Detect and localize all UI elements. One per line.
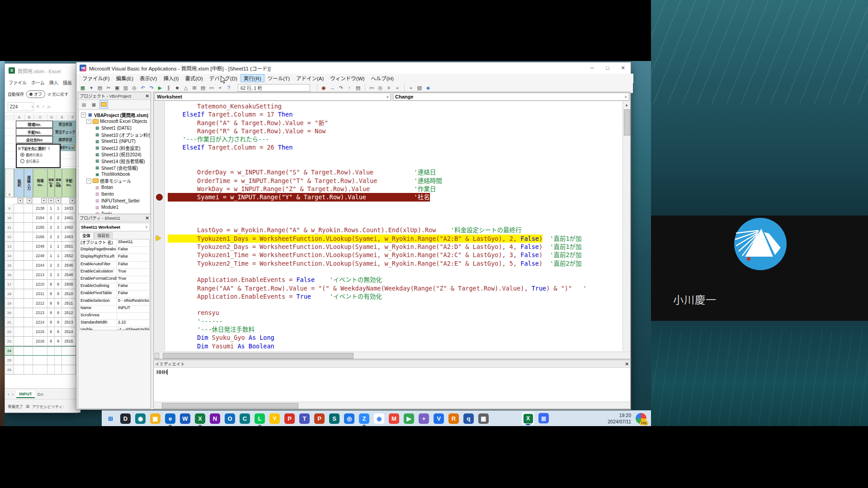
cell-count[interactable]: 8 bbox=[47, 318, 55, 327]
cell-remain[interactable]: 8 bbox=[55, 280, 62, 289]
break-icon[interactable]: ∥ bbox=[165, 84, 173, 92]
code-line[interactable] bbox=[168, 210, 623, 218]
cell-remain[interactable]: 2 bbox=[55, 261, 62, 270]
cell-renraku[interactable] bbox=[24, 289, 33, 299]
taskbar-m365-icon[interactable]: PRE bbox=[636, 413, 646, 424]
cell-renraku[interactable] bbox=[24, 280, 33, 289]
cell-tenki[interactable] bbox=[14, 289, 24, 299]
row-header[interactable]: 15 bbox=[5, 261, 14, 270]
table-header-cell[interactable]: 転記 bbox=[14, 169, 24, 197]
speaker-tile[interactable]: 小川慶一 bbox=[651, 216, 868, 321]
sheet-tab-date[interactable]: DA bbox=[38, 392, 45, 397]
column-header-B[interactable]: B bbox=[25, 114, 34, 121]
taskbar-app-icon[interactable]: Y bbox=[269, 413, 280, 424]
cell-genba-no[interactable] bbox=[33, 365, 47, 375]
immediate-content[interactable]: HHH bbox=[154, 367, 630, 402]
cell-count[interactable]: 2 bbox=[47, 261, 55, 270]
taskbar-app-icon[interactable]: D bbox=[120, 413, 131, 424]
taskbar-app-icon[interactable]: e bbox=[165, 413, 175, 424]
row-header[interactable]: 20 bbox=[5, 308, 14, 318]
table-row[interactable]: 24 bbox=[5, 346, 78, 356]
taskbar-app-icon[interactable]: X bbox=[195, 413, 205, 424]
close-icon[interactable]: ✕ bbox=[625, 361, 629, 366]
row-header[interactable]: 16 bbox=[5, 270, 14, 280]
code-line[interactable] bbox=[168, 160, 623, 168]
formula-enter-icon[interactable]: ✓ bbox=[42, 104, 46, 109]
cell-renraku[interactable] bbox=[24, 327, 33, 337]
cell-remain[interactable]: 2 bbox=[55, 232, 62, 242]
table-row[interactable]: 92138112433 bbox=[5, 204, 78, 213]
sheet-prev-arrow[interactable]: ‹ bbox=[8, 391, 9, 397]
cell-genba-no[interactable]: 2165 bbox=[33, 223, 47, 232]
cell-tehai-no[interactable]: 2515 bbox=[62, 337, 76, 346]
cell-renraku[interactable] bbox=[24, 261, 33, 270]
taskbar-app-icon[interactable]: M bbox=[389, 413, 399, 424]
taskbar-app-icon[interactable]: V bbox=[434, 413, 444, 424]
scrollbar-thumb[interactable] bbox=[162, 403, 298, 408]
cell-tenki[interactable] bbox=[14, 318, 24, 327]
cell-count[interactable]: 2 bbox=[47, 223, 55, 232]
row-header[interactable]: 18 bbox=[5, 289, 14, 299]
column-header-E[interactable]: E bbox=[57, 114, 68, 121]
filter-dropdown-icon[interactable]: ▼ bbox=[41, 198, 47, 203]
taskbar-excel-active-icon[interactable]: X bbox=[522, 412, 534, 425]
scrollbar-thumb[interactable] bbox=[163, 353, 354, 359]
call-stack-icon[interactable]: ≡ bbox=[385, 84, 393, 92]
table-row[interactable]: 192212882511 bbox=[5, 299, 78, 308]
step-over-icon[interactable]: ↷ bbox=[337, 84, 345, 92]
cell-count[interactable]: 8 bbox=[47, 299, 55, 308]
current-statement-icon[interactable] bbox=[156, 235, 161, 241]
cell-remain[interactable]: 1 bbox=[55, 204, 62, 213]
cell-genba-no[interactable]: 2215 bbox=[33, 327, 47, 337]
row-header[interactable]: 19 bbox=[5, 299, 14, 308]
run-icon[interactable]: ▶ bbox=[156, 84, 164, 92]
code-line[interactable] bbox=[168, 218, 623, 226]
cell-remain[interactable]: 8 bbox=[55, 327, 62, 337]
taskbar-app-icon[interactable]: q bbox=[463, 413, 474, 424]
view-code-button[interactable]: ▤ bbox=[80, 100, 88, 108]
cell-tehai-no[interactable]: 2512 bbox=[62, 308, 76, 318]
cell-tehai-no[interactable]: 2514 bbox=[62, 327, 76, 337]
cell-genba-no[interactable]: 2216 bbox=[33, 337, 47, 346]
taskbar-app-icon[interactable]: ◉ bbox=[374, 413, 384, 424]
vba-editor-window[interactable]: VB Microsoft Visual Basic for Applicatio… bbox=[76, 62, 631, 410]
cell-remain[interactable]: 1 bbox=[55, 251, 62, 261]
design-mode-icon[interactable]: △ bbox=[182, 84, 190, 92]
project-explorer-icon[interactable]: ⊞ bbox=[190, 84, 198, 92]
summary-label-cell[interactable]: 会社別No bbox=[16, 136, 53, 143]
code-line[interactable] bbox=[168, 267, 623, 276]
table-row[interactable]: 172210882509 bbox=[5, 280, 78, 289]
column-header-C[interactable]: C bbox=[34, 114, 47, 121]
outdent-icon[interactable]: « bbox=[407, 84, 415, 92]
code-line[interactable]: Application.EnableEvents = True 'イベントの有効… bbox=[168, 292, 623, 300]
code-editor[interactable]: Tatemono_KensakuSetting ElseIf Target.Co… bbox=[154, 101, 623, 351]
code-line[interactable]: Tyokuzen1_Days = WorksheetFunction.VLook… bbox=[168, 235, 623, 243]
cell-genba-no[interactable]: 2249 bbox=[33, 251, 47, 261]
project-tree-folder[interactable]: −標準モジュール bbox=[79, 178, 150, 184]
row-header[interactable]: 12 bbox=[5, 232, 14, 242]
taskbar-app-icon[interactable]: ◉ bbox=[135, 413, 146, 424]
summary-status-cell[interactable]: 受注チェック bbox=[53, 128, 78, 136]
row-header[interactable]: 22 bbox=[5, 327, 14, 337]
cell-count[interactable] bbox=[47, 356, 55, 365]
summary-status-cell[interactable]: 請求状況 bbox=[53, 136, 78, 143]
cell-tenki[interactable] bbox=[14, 213, 24, 223]
taskbar-app-icon[interactable]: R bbox=[448, 413, 459, 424]
cell-genba-no[interactable]: 2213 bbox=[33, 308, 47, 318]
code-line[interactable]: Dim Syuku_Gyo As Long bbox=[168, 333, 623, 342]
cell-remain[interactable]: 8 bbox=[55, 308, 62, 318]
project-tree-item[interactable]: ▥Ibento bbox=[79, 191, 150, 197]
taskbar-app-icon[interactable]: S bbox=[329, 413, 340, 424]
menu-item[interactable]: 表示(V) bbox=[137, 74, 160, 82]
table-row[interactable]: 232216882515 bbox=[5, 337, 78, 346]
cell-renraku[interactable] bbox=[24, 365, 33, 375]
taskbar-app-icon[interactable]: P bbox=[284, 413, 295, 424]
menu-item[interactable]: ウィンドウ(W) bbox=[327, 74, 368, 82]
property-row[interactable]: EnableAutoFilterFalse bbox=[80, 262, 149, 269]
cell-count[interactable] bbox=[47, 346, 55, 356]
table-row[interactable]: 112165222462 bbox=[5, 223, 78, 232]
cell-count[interactable]: 2 bbox=[47, 270, 55, 280]
cell-count[interactable] bbox=[47, 365, 55, 375]
taskbar-app-icon[interactable]: N bbox=[210, 413, 220, 424]
summary-label-cell[interactable]: 手配No. bbox=[16, 128, 53, 136]
